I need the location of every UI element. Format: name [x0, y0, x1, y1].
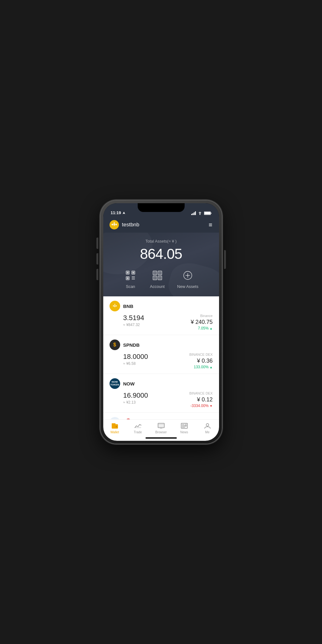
svg-rect-48	[160, 428, 162, 429]
svg-rect-54	[185, 424, 187, 426]
news-nav-icon	[181, 422, 188, 430]
svg-rect-40	[112, 424, 118, 429]
spndb-details: 18.0000 ≈ ¥6.58 BINANCE DEX ¥ 0.36 133.0…	[110, 353, 213, 369]
svg-rect-50	[182, 424, 184, 425]
menu-button[interactable]: ≡	[209, 221, 213, 229]
spndb-right: BINANCE DEX ¥ 0.36 133.00% ▲	[189, 353, 213, 369]
svg-rect-41	[112, 425, 118, 426]
status-icons	[191, 211, 212, 215]
now-cny: ≈ ¥2.13	[123, 400, 148, 405]
svg-marker-33	[114, 304, 115, 305]
now-price: ¥ 0.12	[189, 396, 213, 403]
bnb-cny: ≈ ¥847.32	[123, 323, 144, 327]
now-details: 16.9000 ≈ ¥2.13 BINANCE DEX ¥ 0.12 -3334…	[110, 391, 213, 408]
phone-screen: 11:19	[103, 203, 219, 441]
account-label: Account	[150, 284, 165, 289]
wallet-nav-label: Wallet	[110, 430, 119, 434]
status-time: 11:19	[111, 210, 125, 215]
notch	[138, 203, 185, 212]
spndb-balance: 18.0000	[123, 353, 148, 361]
svg-point-27	[184, 271, 192, 279]
svg-marker-35	[115, 305, 117, 306]
me-nav-icon	[204, 422, 211, 430]
scan-label: Scan	[126, 284, 135, 289]
svg-rect-25	[154, 277, 156, 279]
account-icon	[151, 269, 164, 282]
bnb-change-arrow: ▲	[210, 327, 213, 330]
home-indicator	[146, 437, 177, 439]
bnb-balance: 3.5194	[123, 314, 144, 322]
logo-area: testbnb	[110, 220, 140, 229]
nav-browser[interactable]: Browser	[150, 422, 173, 434]
bnb-price: ¥ 240.75	[191, 319, 212, 325]
bnb-change: 7.05% ▲	[191, 326, 212, 330]
svg-point-55	[206, 424, 209, 426]
total-value: 864.05	[110, 245, 213, 262]
wallet-nav-icon	[111, 422, 119, 430]
now-exchange: BINANCE DEX	[189, 391, 213, 395]
nav-wallet[interactable]: Wallet	[103, 422, 126, 434]
nav-news[interactable]: News	[173, 422, 196, 434]
mith-header: MITH	[110, 417, 213, 419]
svg-rect-15	[127, 277, 129, 279]
bnb-right: Binance ¥ 240.75 7.05% ▲	[191, 314, 212, 330]
spndb-price: ¥ 0.36	[189, 358, 213, 364]
now-balance: 16.9000	[123, 391, 148, 400]
svg-rect-10	[126, 271, 129, 274]
new-assets-icon	[181, 269, 195, 282]
hero-section: Total Assets(≈ ¥ ) 864.05	[103, 233, 219, 296]
assets-list: BNB 3.5194 ≈ ¥847.32 Binance ¥ 240.75 7.…	[103, 296, 219, 419]
signal-icon	[191, 211, 196, 215]
total-label: Total Assets(≈ ¥ )	[110, 239, 213, 244]
spndb-header: $ SPNDB	[110, 340, 213, 350]
nav-trade[interactable]: Trade	[126, 422, 150, 434]
scan-button[interactable]: Scan	[124, 269, 137, 289]
trade-nav-icon	[134, 422, 142, 430]
account-button[interactable]: Account	[150, 269, 165, 289]
nav-me[interactable]: Me	[196, 422, 219, 434]
bottom-nav: Wallet Trade	[103, 419, 219, 435]
spndb-name: SPNDB	[123, 342, 140, 348]
asset-mith[interactable]: MITH 22.8900 ≈ ¥8.02 BINANCE DEX ¥ 0.35 …	[103, 413, 219, 419]
action-buttons: Scan	[110, 269, 213, 289]
scan-icon	[124, 269, 137, 282]
spndb-asset-icon: $	[110, 340, 120, 350]
home-bar	[103, 435, 219, 441]
news-nav-label: News	[180, 430, 188, 434]
phone-frame: 11:19	[100, 200, 222, 444]
svg-rect-53	[182, 427, 185, 428]
mith-asset-icon	[110, 417, 120, 419]
trade-nav-label: Trade	[134, 430, 142, 434]
browser-nav-label: Browser	[155, 430, 167, 434]
spndb-change: 133.00% ▲	[189, 365, 213, 369]
bnb-balance-block: 3.5194 ≈ ¥847.32	[123, 314, 144, 327]
svg-rect-46	[158, 424, 164, 425]
svg-rect-13	[127, 272, 129, 274]
spndb-exchange: BINANCE DEX	[189, 353, 213, 356]
svg-point-0	[199, 214, 200, 215]
svg-rect-14	[132, 272, 134, 274]
svg-point-43	[116, 426, 117, 427]
new-assets-button[interactable]: New Assets	[177, 269, 198, 289]
svg-rect-3	[211, 213, 211, 214]
svg-rect-52	[182, 426, 187, 427]
now-right: BINANCE DEX ¥ 0.12 -3334.00% ▼	[189, 391, 213, 408]
bnb-name: BNB	[123, 304, 134, 309]
spndb-cny: ≈ ¥6.58	[123, 361, 148, 366]
svg-rect-42	[112, 423, 115, 425]
now-header: NOWTOKEN NOW	[110, 378, 213, 389]
bnb-details: 3.5194 ≈ ¥847.32 Binance ¥ 240.75 7.05% …	[110, 314, 213, 330]
asset-spndb[interactable]: $ SPNDB 18.0000 ≈ ¥6.58 BINANCE DEX ¥ 0.…	[103, 335, 219, 374]
bnb-logo-icon	[110, 220, 119, 229]
navigation-icon	[122, 211, 125, 214]
svg-rect-23	[154, 272, 156, 274]
asset-bnb[interactable]: BNB 3.5194 ≈ ¥847.32 Binance ¥ 240.75 7.…	[103, 296, 219, 335]
now-change: -3334.00% ▼	[189, 404, 213, 408]
asset-bnb-header: BNB	[110, 301, 213, 311]
svg-rect-2	[204, 212, 210, 214]
username: testbnb	[122, 222, 140, 228]
bnb-asset-icon	[110, 301, 120, 311]
svg-rect-45	[158, 423, 164, 428]
svg-rect-24	[159, 272, 161, 274]
asset-now[interactable]: NOWTOKEN NOW 16.9000 ≈ ¥2.13 BINANCE DEX…	[103, 374, 219, 413]
